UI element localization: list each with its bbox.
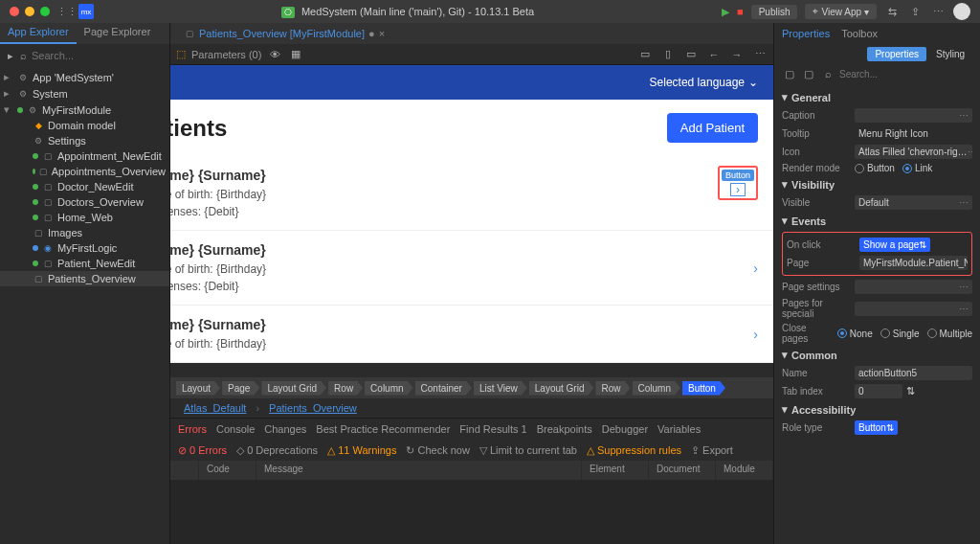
icon-b[interactable]: ▢ — [801, 66, 816, 81]
tree-app[interactable]: ▸⚙App 'MedSystem' — [0, 69, 169, 85]
tab-errors[interactable]: Errors — [178, 423, 207, 435]
tree-item[interactable]: ▢Appointment_NewEdit — [0, 148, 169, 164]
section-events[interactable]: ▾Events — [782, 212, 972, 230]
bc-layout[interactable]: Layout — [176, 381, 220, 396]
bc-layoutgrid2[interactable]: Layout Grid — [529, 381, 594, 396]
prop-tabindex-value[interactable]: 0 — [855, 384, 902, 398]
language-selector[interactable]: Selected language ⌄ — [650, 76, 758, 89]
layers-icon[interactable]: ▦ — [288, 47, 303, 62]
col-module[interactable]: Module — [716, 461, 773, 480]
radio-none[interactable]: None — [837, 329, 873, 339]
run-button[interactable]: ▶ — [722, 6, 729, 18]
prop-pagesfor-value[interactable]: ⋯ — [855, 302, 972, 316]
subtab-properties[interactable]: Properties — [867, 47, 926, 61]
parameters-label[interactable]: Parameters (0) — [191, 49, 261, 60]
col-document[interactable]: Document — [649, 461, 716, 480]
prop-visible-value[interactable]: Default⋯ — [855, 195, 972, 210]
tree-item[interactable]: ▢Appointments_Overview — [0, 164, 169, 179]
section-common[interactable]: ▾Common — [782, 346, 972, 364]
prop-page-value[interactable]: MyFirstModule.Patient_Ne…⋯ — [859, 256, 968, 270]
prop-onclick-dropdown[interactable]: Show a page⇅ — [859, 238, 930, 252]
bc-listview[interactable]: List View — [474, 381, 527, 396]
deprecations-count[interactable]: ◇0 Deprecations — [236, 444, 318, 457]
tree-item[interactable]: ◉MyFirstLogic — [0, 240, 169, 256]
arrow-left-icon[interactable]: ← — [706, 47, 722, 62]
tab-variables[interactable]: Variables — [657, 423, 701, 435]
list-item[interactable]: {Name} {Surname} Date of birth: {Birthda… — [170, 231, 773, 306]
col-message[interactable]: Message — [256, 461, 582, 480]
bc-row[interactable]: Row — [328, 381, 363, 396]
arrow-right-icon[interactable]: → — [729, 47, 745, 62]
bc-column[interactable]: Column — [365, 381, 412, 396]
property-search-input[interactable] — [839, 69, 972, 79]
section-visibility[interactable]: ▾Visibility — [782, 175, 972, 193]
tree-item[interactable]: ▢Patient_NewEdit — [0, 256, 169, 271]
desktop-icon[interactable]: ▭ — [683, 47, 699, 62]
tab-page-explorer[interactable]: Page Explorer — [77, 23, 159, 44]
bc-column2[interactable]: Column — [633, 381, 680, 396]
phone-icon[interactable]: ▯ — [660, 47, 676, 62]
icon-a[interactable]: ▢ — [782, 66, 797, 81]
icon-1[interactable]: ⇆ — [884, 4, 900, 19]
publish-button[interactable]: Publish — [751, 5, 798, 19]
list-item[interactable]: {Name} {Surname} Date of birth: {Birthda… — [170, 156, 773, 231]
prop-roletype-dropdown[interactable]: Button⇅ — [855, 420, 898, 435]
tree-item-selected[interactable]: ▢Patients_Overview — [0, 271, 169, 286]
tree-item[interactable]: ▢Doctor_NewEdit — [0, 179, 169, 194]
bc-page[interactable]: Page — [222, 381, 259, 396]
section-accessibility[interactable]: ▾Accessibility — [782, 400, 972, 419]
search-input[interactable] — [32, 50, 164, 61]
export-button[interactable]: ⇪Export — [691, 444, 733, 457]
document-tab[interactable]: ▢ Patients_Overview [MyFirstModule] ● × — [176, 26, 392, 41]
col-element[interactable]: Element — [582, 461, 649, 480]
stop-button[interactable]: ■ — [737, 6, 744, 17]
icon-3[interactable]: ⋯ — [930, 4, 946, 19]
check-now-button[interactable]: ↻Check now — [406, 444, 469, 457]
section-general[interactable]: ▾General — [782, 88, 972, 106]
tab-bpr[interactable]: Best Practice Recommender — [316, 423, 450, 435]
tab-debugger[interactable]: Debugger — [602, 423, 648, 435]
avatar[interactable] — [953, 3, 970, 20]
stepper-icon[interactable]: ⇅ — [906, 385, 915, 397]
tab-toolbox[interactable]: Toolbox — [841, 28, 878, 39]
limit-toggle[interactable]: ▽Limit to current tab — [479, 444, 577, 457]
tree-domain-model[interactable]: ◆Domain model — [0, 118, 169, 133]
suppression-button[interactable]: △Suppression rules — [587, 444, 681, 457]
view-app-button[interactable]: ⌖ View App ▾ — [805, 4, 877, 19]
radio-single[interactable]: Single — [880, 329, 920, 339]
prop-name-value[interactable]: actionButton5 — [855, 366, 972, 380]
tablet-icon[interactable]: ▭ — [637, 47, 653, 62]
chevron-right-icon[interactable]: › — [753, 261, 758, 276]
tab-changes[interactable]: Changes — [264, 423, 306, 435]
subtab-styling[interactable]: Styling — [928, 47, 972, 61]
radio-link[interactable]: Link — [902, 163, 932, 173]
bc-layoutgrid[interactable]: Layout Grid — [261, 381, 326, 396]
tree-item[interactable]: ▢Images — [0, 225, 169, 240]
selected-button-widget[interactable]: Button › — [718, 166, 758, 200]
link-atlas[interactable]: Atlas_Default — [184, 402, 246, 414]
list-item[interactable]: {Name} {Surname} Date of birth: {Birthda… — [170, 306, 773, 363]
col-icon[interactable] — [170, 461, 199, 480]
bc-button[interactable]: Button — [682, 381, 725, 396]
add-patient-button[interactable]: Add Patient — [667, 113, 758, 143]
tree-item[interactable]: ▢Doctors_Overview — [0, 194, 169, 210]
tab-console[interactable]: Console — [216, 423, 255, 435]
prop-caption-value[interactable]: ⋯ — [855, 108, 972, 123]
eye-icon[interactable]: 👁 — [267, 47, 282, 62]
tab-find[interactable]: Find Results 1 — [459, 423, 526, 435]
prop-pagesettings-value[interactable]: ⋯ — [855, 280, 972, 294]
close-tab-icon[interactable]: × — [379, 28, 385, 39]
bc-container[interactable]: Container — [415, 381, 472, 396]
tree-settings[interactable]: ⚙Settings — [0, 133, 169, 148]
app-menu-icon[interactable]: ⋮⋮ — [59, 4, 75, 19]
tree-module[interactable]: ▾⚙MyFirstModule — [0, 102, 169, 118]
link-page[interactable]: Patients_Overview — [269, 402, 357, 414]
icon-2[interactable]: ⇪ — [907, 4, 923, 19]
tab-properties[interactable]: Properties — [782, 28, 830, 39]
errors-count[interactable]: ⊘0 Errors — [178, 444, 227, 457]
radio-multiple[interactable]: Multiple — [927, 329, 972, 339]
col-code[interactable]: Code — [199, 461, 256, 480]
expand-icon[interactable]: ▸ — [6, 48, 15, 63]
radio-button[interactable]: Button — [855, 163, 895, 173]
more-icon[interactable]: ⋯ — [752, 47, 768, 62]
